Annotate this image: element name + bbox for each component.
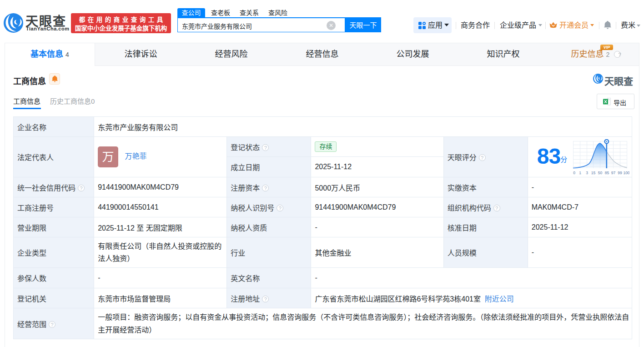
svg-text:99: 99 bbox=[618, 171, 622, 175]
svg-text:85: 85 bbox=[605, 171, 609, 175]
svg-text:15: 15 bbox=[591, 171, 596, 175]
svg-text:0: 0 bbox=[573, 171, 575, 175]
svg-text:1: 1 bbox=[579, 171, 581, 175]
svg-text:100: 100 bbox=[623, 171, 629, 175]
svg-text:50: 50 bbox=[598, 171, 603, 175]
svg-text:97: 97 bbox=[611, 171, 616, 175]
svg-text:3: 3 bbox=[586, 171, 588, 175]
